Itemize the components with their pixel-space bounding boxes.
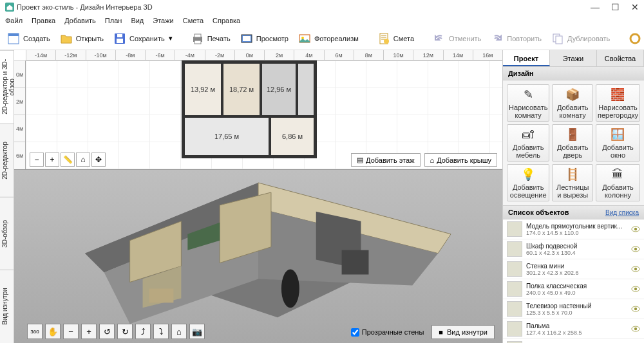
object-item[interactable]: Шкаф подвесной60.1 x 42.3 x 130.4 (503, 239, 644, 259)
add-furniture-button[interactable]: 🛋Добавить мебель (507, 124, 549, 162)
add-window-button[interactable]: 🪟Добавить окно (596, 124, 640, 162)
object-name: Стенка мини (526, 263, 627, 270)
photorealism-button[interactable]: Фотореализм (295, 30, 361, 47)
draw-room-button[interactable]: ✎Нарисовать комнату (507, 84, 549, 122)
add-column-button[interactable]: 🏛Добавить колонну (596, 164, 640, 201)
menu-edit[interactable]: Правка (32, 17, 55, 24)
window-title: Проект эко-стиль - Дизайн Интерьера 3D (17, 3, 591, 11)
transparent-walls-checkbox[interactable]: Прозрачные стены (351, 328, 424, 337)
add-floor-button[interactable]: ▤Добавить этаж (351, 153, 420, 167)
save-dropdown-icon[interactable]: ▾ (169, 34, 173, 42)
tab-2d-3d[interactable]: 2D-редактор и 3D-обзор (0, 50, 14, 124)
gear-icon (628, 32, 642, 46)
home-2d-icon[interactable]: ⌂ (76, 153, 90, 167)
pan-icon[interactable]: ✋ (45, 324, 61, 339)
design-section-head: Дизайн (503, 67, 644, 80)
redo-button[interactable]: Повторить (488, 30, 544, 47)
svg-rect-10 (243, 36, 251, 41)
menu-help[interactable]: Справка (213, 17, 240, 24)
minimize-button[interactable]: — (591, 2, 600, 12)
visibility-icon[interactable] (631, 286, 640, 292)
room-1[interactable]: 13,92 м (184, 62, 222, 116)
preview-button[interactable]: Просмотр (237, 30, 291, 47)
object-item[interactable]: Полка классическая240.0 x 45.0 x 49.0 (503, 279, 644, 299)
settings-button[interactable] (625, 30, 644, 47)
svg-point-37 (634, 248, 637, 250)
duplicate-button[interactable]: Дублировать (548, 30, 612, 47)
menu-add[interactable]: Добавить (64, 17, 96, 24)
object-item[interactable]: Модель прямоугольник вертик...174.0 x 14… (503, 219, 644, 239)
svg-point-18 (633, 37, 637, 41)
roof-icon: ⌂ (430, 156, 435, 164)
turn-right-icon[interactable]: ↻ (117, 324, 133, 339)
object-item[interactable]: Пальма127.4 x 116.2 x 258.5 (503, 319, 644, 339)
stairs-button[interactable]: 🪜Лестницы и вырезы (552, 164, 593, 201)
visibility-icon[interactable] (631, 306, 640, 312)
menu-plan[interactable]: План (105, 17, 122, 24)
tab-2d-editor[interactable]: 2D-редактор (0, 124, 14, 197)
estimate-button[interactable]: Смета (374, 30, 417, 47)
panel-tab-project[interactable]: Проект (503, 50, 550, 66)
object-thumb (507, 321, 522, 337)
ruler-vertical: 0м2м4м6м (14, 60, 26, 169)
maximize-button[interactable]: ☐ (611, 2, 620, 12)
draw-partition-button[interactable]: 🧱Нарисовать перегородку (596, 84, 640, 122)
view-2d[interactable]: -14м-12м-10м-8м-6м-4м-2м0м2м4м6м8м10м12м… (14, 50, 502, 170)
tilt-up-icon[interactable]: ⤴ (135, 324, 151, 339)
panel-tab-properties[interactable]: Свойства (597, 50, 644, 66)
add-room-button[interactable]: 📦Добавить комнату (552, 84, 593, 122)
room-3b[interactable] (297, 62, 315, 116)
panel-tab-floors[interactable]: Этажи (550, 50, 597, 66)
floorplan[interactable]: 13,92 м 18,72 м 12,96 м 17,65 м 6,86 м (182, 60, 317, 158)
brick-icon: 🧱 (610, 87, 625, 102)
svg-rect-7 (194, 34, 201, 37)
object-thumb (507, 281, 522, 297)
menu-file[interactable]: Файл (5, 17, 23, 24)
add-door-button[interactable]: 🚪Добавить дверь (552, 124, 593, 162)
tab-3d-view[interactable]: 3D-обзор (0, 197, 14, 270)
object-dimensions: 301.2 x 42.3 x 202.6 (526, 270, 627, 276)
visibility-icon[interactable] (631, 326, 640, 332)
objects-view-link[interactable]: Вид списка (605, 209, 639, 216)
tab-inside-view[interactable]: Вид изнутри (0, 270, 14, 343)
svg-point-39 (634, 268, 637, 270)
add-lighting-button[interactable]: 💡Добавить освещение (507, 164, 549, 201)
zoom-out-2d[interactable]: − (30, 153, 44, 167)
zoom-out-3d[interactable]: − (63, 324, 79, 339)
room-2[interactable]: 18,72 м (222, 62, 261, 116)
object-thumb (507, 221, 522, 237)
zoom-in-3d[interactable]: + (81, 324, 97, 339)
room-5[interactable]: 6,86 м (270, 116, 315, 156)
measure-icon[interactable]: 📏 (61, 153, 75, 167)
rotate-360-icon[interactable]: 360 (27, 324, 43, 339)
close-button[interactable]: ✕ (631, 2, 639, 12)
objects-list[interactable]: Модель прямоугольник вертик...174.0 x 14… (503, 219, 644, 343)
zoom-in-2d[interactable]: + (45, 153, 59, 167)
object-item[interactable]: Стенка мини301.2 x 42.3 x 202.6 (503, 259, 644, 279)
print-button[interactable]: Печать (188, 30, 233, 47)
open-button[interactable]: Открыть (57, 30, 106, 47)
video-icon: ■ (439, 328, 443, 336)
object-item[interactable]: Картина (503, 339, 644, 343)
turn-left-icon[interactable]: ↺ (99, 324, 115, 339)
create-button[interactable]: Создать (4, 30, 53, 47)
menu-floors[interactable]: Этажи (153, 17, 173, 24)
undo-button[interactable]: Отменить (430, 30, 484, 47)
tilt-down-icon[interactable]: ⤵ (153, 324, 169, 339)
home-3d-icon[interactable]: ⌂ (171, 324, 187, 339)
visibility-icon[interactable] (631, 266, 640, 272)
camera-icon[interactable]: 📷 (189, 324, 205, 339)
visibility-icon[interactable] (631, 226, 640, 232)
room-4[interactable]: 17,65 м (184, 116, 270, 156)
view-3d[interactable]: 360 ✋ − + ↺ ↻ ⤴ ⤵ ⌂ 📷 Прозрачные стены ■… (14, 170, 502, 343)
menu-view[interactable]: Вид (131, 17, 144, 24)
object-item[interactable]: Телевизор настенный125.3 x 5.5 x 70.0 (503, 299, 644, 319)
inside-view-button[interactable]: ■Вид изнутри (431, 325, 495, 339)
move-2d-icon[interactable]: ✥ (91, 153, 106, 167)
add-roof-button[interactable]: ⌂Добавить крышу (424, 153, 498, 167)
menu-estimate[interactable]: Смета (183, 17, 204, 24)
save-button[interactable]: Сохранить▾ (110, 30, 175, 47)
visibility-icon[interactable] (631, 246, 640, 252)
room-3[interactable]: 12,96 м (261, 62, 297, 116)
toolbar: Создать Открыть Сохранить▾ Печать Просмо… (0, 27, 644, 50)
